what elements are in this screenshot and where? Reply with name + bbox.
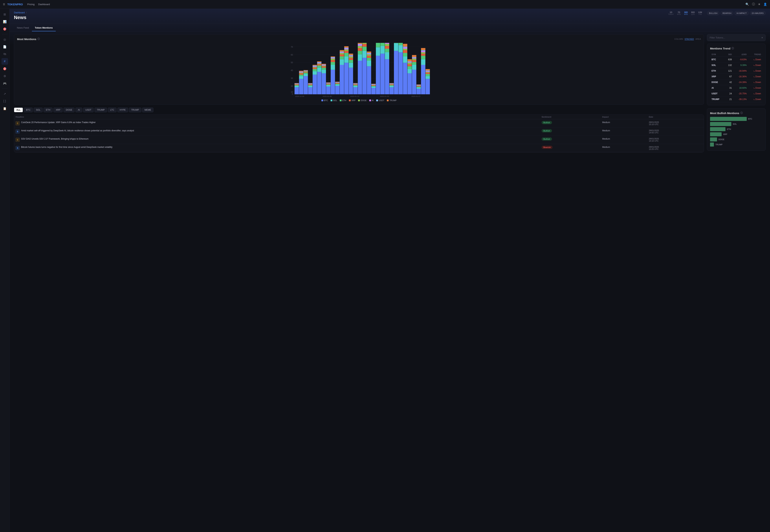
svg-rect-99	[340, 53, 344, 54]
news-row[interactable]: B Bitcoin futures basis turns negative f…	[14, 144, 704, 152]
mentions-row: BTC 639 -9.63% ↘ Down	[710, 57, 762, 62]
svg-rect-109	[344, 48, 349, 48]
sidebar-portfolio[interactable]: ◎	[1, 36, 8, 43]
sidebar-settings[interactable]: ⚙	[1, 73, 8, 79]
svg-rect-125	[353, 83, 358, 84]
sidebar-scope[interactable]: 🎯	[1, 65, 8, 72]
svg-rect-37	[304, 71, 308, 71]
search-icon[interactable]: 🔍	[745, 3, 749, 6]
filter-tab-all[interactable]: ALL	[14, 108, 23, 112]
filter-tab-meme[interactable]: MEME	[142, 108, 153, 112]
info-icon[interactable]: ⓘ	[752, 2, 755, 6]
svg-rect-144	[367, 61, 371, 66]
tab-newsfeed[interactable]: News Feed	[14, 25, 32, 31]
filter-tab-ai[interactable]: AI	[75, 108, 82, 112]
sidebar-chart[interactable]: 📊	[1, 18, 8, 25]
svg-rect-251	[425, 72, 430, 73]
filter-tab-xrp[interactable]: XRP	[53, 108, 63, 112]
filter-tokens-dropdown[interactable]: Filter Tokens... ▾	[707, 34, 766, 41]
svg-rect-86	[331, 56, 335, 57]
svg-rect-79	[331, 70, 335, 94]
sidebar-bag[interactable]: 🛍	[1, 51, 8, 57]
filter-tab-sol[interactable]: SOL	[34, 108, 43, 112]
view-area[interactable]: AREA	[695, 38, 701, 40]
time-7d[interactable]: 7DWTD	[676, 11, 682, 16]
sidebar-target[interactable]: 🎯	[1, 26, 8, 32]
svg-rect-158	[371, 84, 376, 84]
svg-rect-63	[322, 73, 326, 94]
sidebar-data[interactable]: [ ]	[1, 98, 8, 104]
news-row[interactable]: C CoinDesk 20 Performance Update: XRP Ga…	[14, 119, 704, 128]
trend-down-icon: ↘	[753, 76, 755, 78]
sidebar-export[interactable]: ↗	[1, 90, 8, 97]
theme-icon[interactable]: ☀	[758, 3, 760, 6]
nav-pricing[interactable]: Pricing	[27, 3, 35, 6]
svg-rect-250	[425, 73, 430, 74]
legend-ai: AI	[369, 99, 374, 101]
sentiment-cell: Bullish	[540, 128, 601, 136]
sidebar-hash[interactable]: #	[1, 58, 8, 65]
svg-rect-20	[295, 84, 299, 84]
svg-rect-47	[313, 75, 317, 94]
filter-tab-trump[interactable]: TRUMP	[94, 108, 107, 112]
bullish-info-icon[interactable]: ⓘ	[740, 111, 743, 115]
news-row[interactable]: C SSV DAO Unveils SSV 2.0" Framework, Br…	[14, 136, 704, 144]
svg-rect-93	[335, 82, 340, 82]
view-stacked[interactable]: STACKED	[685, 38, 694, 40]
col-sentiment: Sentiment	[540, 115, 601, 119]
svg-rect-95	[340, 65, 344, 94]
svg-rect-102	[340, 50, 344, 52]
svg-rect-59	[317, 63, 322, 64]
svg-rect-112	[349, 63, 353, 68]
content-area: Most Mentions ⓘ COLUMN STACKED AREA	[10, 31, 770, 158]
mentions-info-icon[interactable]: ⓘ	[732, 47, 734, 50]
tab-tokenmentions[interactable]: Token Mentions	[32, 25, 56, 31]
svg-rect-150	[367, 51, 371, 53]
svg-rect-128	[358, 54, 362, 61]
filter-exmajors[interactable]: EX-MAJORS	[750, 11, 766, 15]
svg-rect-216	[408, 69, 412, 73]
filter-tab-btc[interactable]: BTC	[24, 108, 33, 112]
filter-tab-eth[interactable]: ETH	[43, 108, 53, 112]
chart-info-icon[interactable]: ⓘ	[37, 37, 40, 41]
sidebar-docs[interactable]: 📄	[1, 43, 8, 50]
sidebar-note[interactable]: 📋	[1, 105, 8, 112]
chevron-down-icon: ▾	[762, 36, 763, 39]
user-icon[interactable]: 👤	[763, 3, 767, 6]
filter-tab-trump2[interactable]: TRUMP	[129, 108, 141, 112]
breadcrumb-parent[interactable]: Dashboard	[14, 11, 25, 14]
svg-rect-29	[299, 71, 303, 72]
time-30d[interactable]: 30DMTD	[683, 11, 689, 16]
filter-tab-hype[interactable]: HYPE	[117, 108, 128, 112]
filter-tab-doge[interactable]: DOGE	[63, 108, 75, 112]
svg-rect-43	[308, 84, 313, 84]
sym-cell: BTC	[710, 57, 724, 62]
svg-rect-232	[417, 87, 421, 89]
filter-tab-ltc[interactable]: LTC	[108, 108, 116, 112]
time-90d[interactable]: 90DQTD	[690, 11, 696, 16]
svg-rect-107	[344, 49, 349, 51]
svg-rect-238	[417, 84, 421, 85]
view-column[interactable]: COLUMN	[674, 38, 683, 40]
layout: ⊞ 📊 🎯 ◎ 📄 🛍 # 🎯 ⚙ 🎮 ↗ [ ] 📋 Dashboard / …	[0, 9, 770, 532]
svg-rect-152	[371, 87, 376, 88]
svg-rect-32	[304, 74, 308, 76]
svg-rect-36	[304, 71, 308, 71]
sidebar-dashboard[interactable]: ⊞	[1, 11, 8, 18]
time-1d[interactable]: 1DTODAY	[667, 11, 675, 16]
filter-hiimpact[interactable]: HI-IMPACT	[734, 11, 749, 15]
nav-dashboard[interactable]: Dashboard	[38, 3, 50, 6]
filter-tab-usdt[interactable]: USDT	[83, 108, 94, 112]
filter-bullish[interactable]: BULLISH	[707, 11, 719, 15]
time-12m[interactable]: 12MYTD	[697, 11, 703, 16]
bullish-bar-label: TRUMP	[715, 143, 723, 146]
sidebar-game[interactable]: 🎮	[1, 80, 8, 87]
news-row[interactable]: B Amid market sell-off triggered by Deep…	[14, 128, 704, 136]
date-cell: 28/01/202513:25 UTC	[647, 144, 704, 152]
nav-right: 🔍 ⓘ ☀ 👤	[745, 2, 767, 6]
svg-rect-161	[376, 43, 380, 47]
top-nav: ☰ TOKENPRO Pricing Dashboard 🔍 ⓘ ☀ 👤	[0, 0, 770, 9]
svg-rect-53	[313, 66, 317, 66]
filter-bearish[interactable]: BEARISH	[721, 11, 733, 15]
menu-icon[interactable]: ☰	[3, 3, 5, 6]
